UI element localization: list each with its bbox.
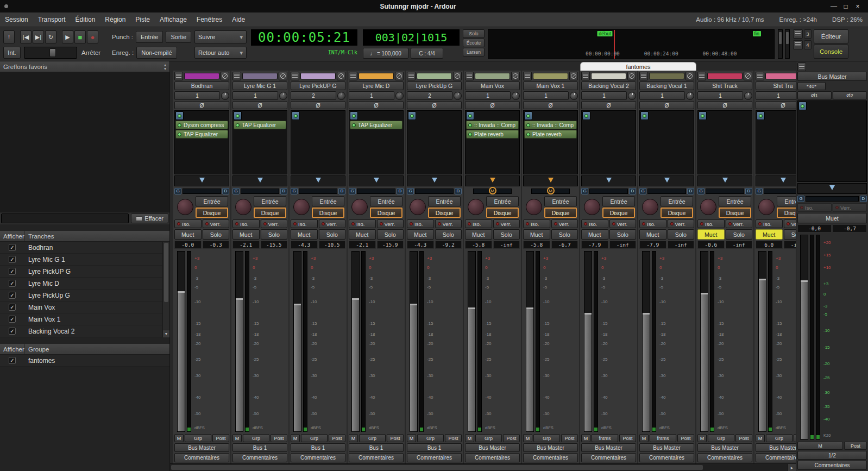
secondary-clock[interactable]: 003|02|1015 <box>363 29 460 46</box>
pan-bar[interactable] <box>415 189 454 194</box>
track-name-button[interactable]: Main Vox <box>465 81 520 90</box>
processor-led[interactable] <box>759 114 763 118</box>
track-name-button[interactable]: Lyre Mic D <box>349 81 404 90</box>
isolate-button[interactable]: Iso. <box>465 219 492 228</box>
mini-fader-1[interactable] <box>778 29 783 59</box>
processor-fader[interactable]: Fader <box>234 111 242 120</box>
record-arm-button[interactable] <box>468 199 484 215</box>
mono-badge[interactable]: M <box>547 187 555 194</box>
fader[interactable] <box>293 251 301 432</box>
peak-display[interactable]: -15,5 <box>261 241 288 249</box>
strip-context-button[interactable] <box>697 72 706 80</box>
processor-led[interactable] <box>801 104 804 108</box>
lock-button[interactable]: Verr. <box>377 219 404 228</box>
primary-clock[interactable]: 00:00:05:21 <box>251 29 357 46</box>
punch-out-button[interactable]: Sortie <box>166 31 191 43</box>
processor-plugin[interactable]: Plate reverb <box>524 130 577 139</box>
processor-fader[interactable]: Fader <box>350 111 358 120</box>
clock-source-label[interactable]: INT/M-Clk <box>317 49 357 55</box>
processor-fader[interactable]: Fader <box>292 111 300 120</box>
timeline-start-marker[interactable]: début <box>597 31 613 36</box>
record-arm-button[interactable] <box>526 199 542 215</box>
track-name-button[interactable]: Shit Tra <box>756 81 796 90</box>
isolate-button[interactable]: Iso. <box>291 219 318 228</box>
menu-item[interactable]: Région <box>100 12 130 27</box>
goto-start-button[interactable]: |◀ <box>20 30 32 43</box>
record-arm-button[interactable] <box>235 199 251 215</box>
master-metering-m-button[interactable]: M <box>797 442 843 450</box>
phase-button[interactable]: Ø <box>756 101 796 109</box>
solo-button[interactable]: Solo <box>609 229 637 240</box>
mono-badge[interactable]: M <box>489 187 496 194</box>
minimize-icon[interactable]: — <box>828 3 840 10</box>
input-button[interactable]: 2 <box>291 91 336 100</box>
processor-plugin[interactable]: TAP Equalizer <box>350 121 402 129</box>
trim-knob[interactable] <box>512 92 520 100</box>
lock-button[interactable]: Verr. <box>784 219 796 228</box>
checkbox-checked[interactable] <box>9 244 16 251</box>
peak-display[interactable]: -0,3 <box>203 241 230 249</box>
master-name-button[interactable]: Bus Master <box>797 72 867 81</box>
trim-knob[interactable] <box>570 92 578 100</box>
comments-button[interactable]: Commentaires <box>465 453 520 462</box>
solo-button[interactable]: Solo <box>551 229 578 240</box>
processor-led[interactable] <box>526 133 530 136</box>
pan-widget[interactable] <box>465 175 520 186</box>
strip-visibility-button[interactable] <box>453 72 462 80</box>
output-button[interactable]: Bus 1 <box>291 443 345 452</box>
track-name-button[interactable]: Bodhran <box>174 81 229 90</box>
mute-button[interactable]: Muet <box>174 229 202 240</box>
gain-display[interactable]: -5,8 <box>523 241 550 249</box>
gain-display[interactable]: -2,1 <box>232 241 260 249</box>
input-button[interactable]: 1 <box>581 91 627 100</box>
gain-display[interactable]: -7,9 <box>581 241 608 249</box>
processor-led[interactable] <box>526 114 530 118</box>
favorite-plugins-list[interactable] <box>0 72 169 212</box>
strips-horizontal-scrollbar[interactable]: ▸ <box>170 463 796 471</box>
pan-bar[interactable] <box>647 189 686 194</box>
monitor-input-button[interactable]: Entrée <box>602 196 635 206</box>
lock-button[interactable]: Verr. <box>435 219 462 228</box>
isolate-button[interactable]: Iso. <box>639 219 666 228</box>
pan-widget[interactable] <box>523 175 578 186</box>
metering-point-button[interactable]: Post <box>735 434 752 442</box>
phase-button[interactable]: Ø <box>349 101 404 109</box>
sync-source-button[interactable]: Int. <box>3 47 21 59</box>
record-arm-button[interactable] <box>642 199 658 215</box>
strip-context-button[interactable] <box>581 72 590 80</box>
processor-box[interactable]: Fader <box>697 110 752 174</box>
menu-item[interactable]: Édition <box>71 12 100 27</box>
metering-point-button[interactable]: Post <box>387 434 404 442</box>
input-button[interactable]: 1 <box>523 91 569 100</box>
track-name-button[interactable]: Lyre PickUP G <box>291 81 345 90</box>
group-tab-fantomes[interactable]: fantomes <box>580 62 696 71</box>
menu-item[interactable]: Aide <box>227 12 250 27</box>
metering-point-button[interactable]: Post <box>794 434 796 442</box>
phase-button[interactable]: Ø <box>697 101 752 109</box>
lock-button[interactable]: Verr. <box>609 219 637 228</box>
pan-widget[interactable] <box>756 175 796 186</box>
master-phase-2-button[interactable]: Ø2 <box>833 91 867 99</box>
monitor-disk-button[interactable]: Disque <box>254 208 286 218</box>
follow-edits-dropdown[interactable]: Suivre <box>194 30 247 43</box>
strip-visibility-button[interactable] <box>685 72 694 80</box>
processor-fader[interactable]: Fader <box>699 111 707 120</box>
track-list-item[interactable]: Lyre PickUP G <box>0 266 169 278</box>
lock-button[interactable]: Verr. <box>493 219 520 228</box>
master-comments-button[interactable]: Commentaires <box>797 461 867 470</box>
fader[interactable] <box>758 251 766 432</box>
processor-led[interactable] <box>701 114 705 118</box>
monitor-disk-button[interactable]: Disque <box>719 208 751 218</box>
checkbox-checked[interactable] <box>9 304 16 311</box>
isolate-button[interactable]: Iso. <box>407 219 434 228</box>
record-arm-button[interactable] <box>293 199 310 215</box>
processor-box[interactable]: Fader:: Invada :: CompPlate reverb <box>465 110 520 174</box>
output-button[interactable]: Bus Master <box>174 443 229 452</box>
phase-button[interactable]: Ø <box>407 101 462 109</box>
processor-box[interactable]: FaderTAP Equalizer <box>232 110 287 174</box>
menu-item[interactable]: Piste <box>130 12 155 27</box>
isolate-button[interactable]: Iso. <box>232 219 260 228</box>
master-pan-widget[interactable] <box>797 183 867 194</box>
isolate-button[interactable]: Iso. <box>581 219 608 228</box>
isolate-button[interactable]: Iso. <box>756 219 783 228</box>
